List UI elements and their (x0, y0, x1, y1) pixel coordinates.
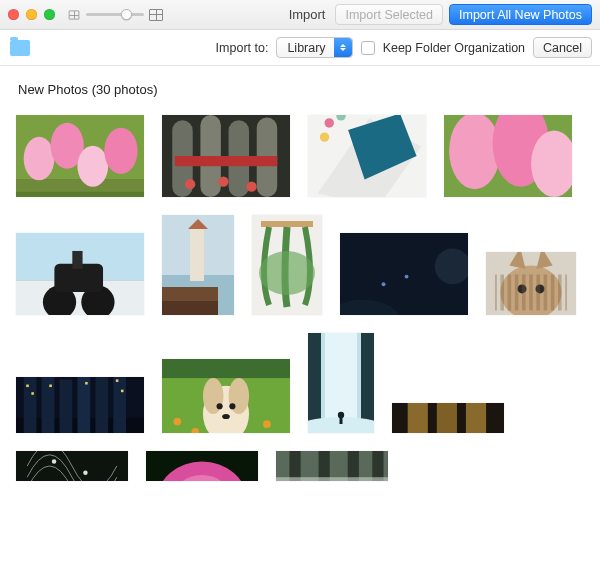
import-selected-button[interactable]: Import Selected (335, 4, 443, 25)
import-options-bar: Import to: Library Keep Folder Organizat… (0, 30, 600, 66)
photo-thumbnail[interactable] (162, 115, 290, 197)
keep-folder-checkbox[interactable] (361, 41, 375, 55)
grid-small-icon (69, 10, 80, 19)
thumbnail-size-slider[interactable] (86, 13, 144, 16)
import-to-select[interactable]: Library (276, 37, 352, 58)
photo-thumbnail[interactable] (308, 115, 426, 197)
cancel-button[interactable]: Cancel (533, 37, 592, 58)
zoom-icon[interactable] (44, 9, 55, 20)
import-content: New Photos (30 photos) (0, 66, 600, 578)
keep-folder-label: Keep Folder Organization (383, 41, 525, 55)
photo-thumbnail[interactable] (308, 333, 374, 433)
photo-thumbnail[interactable] (146, 451, 258, 481)
import-all-label: Import All New Photos (459, 8, 582, 22)
import-selected-label: Import Selected (345, 8, 433, 22)
photo-thumbnail[interactable] (444, 115, 572, 197)
photo-thumbnail[interactable] (16, 115, 144, 197)
photo-thumbnail[interactable] (252, 215, 322, 315)
window-titlebar: Import Import Selected Import All New Ph… (0, 0, 600, 30)
folder-icon[interactable] (10, 40, 30, 56)
photo-thumbnail[interactable] (162, 215, 234, 315)
photo-thumbnail[interactable] (16, 451, 128, 481)
cancel-label: Cancel (543, 41, 582, 55)
window-controls (8, 9, 55, 20)
photo-thumbnail[interactable] (486, 252, 576, 315)
import-to-label: Import to: (216, 41, 269, 55)
import-all-button[interactable]: Import All New Photos (449, 4, 592, 25)
minimize-icon[interactable] (26, 9, 37, 20)
photo-grid (16, 115, 584, 481)
photo-thumbnail[interactable] (276, 451, 388, 481)
close-icon[interactable] (8, 9, 19, 20)
window-title: Import (289, 7, 326, 22)
photo-thumbnail[interactable] (16, 233, 144, 315)
thumbnail-size-control (67, 9, 163, 21)
photo-thumbnail[interactable] (392, 403, 504, 433)
grid-large-icon (149, 9, 163, 21)
photo-thumbnail[interactable] (340, 233, 468, 315)
photo-thumbnail[interactable] (162, 359, 290, 433)
chevron-up-down-icon (334, 38, 352, 57)
section-title: New Photos (30 photos) (18, 82, 582, 97)
photo-thumbnail[interactable] (16, 377, 144, 433)
import-to-value: Library (277, 41, 333, 55)
